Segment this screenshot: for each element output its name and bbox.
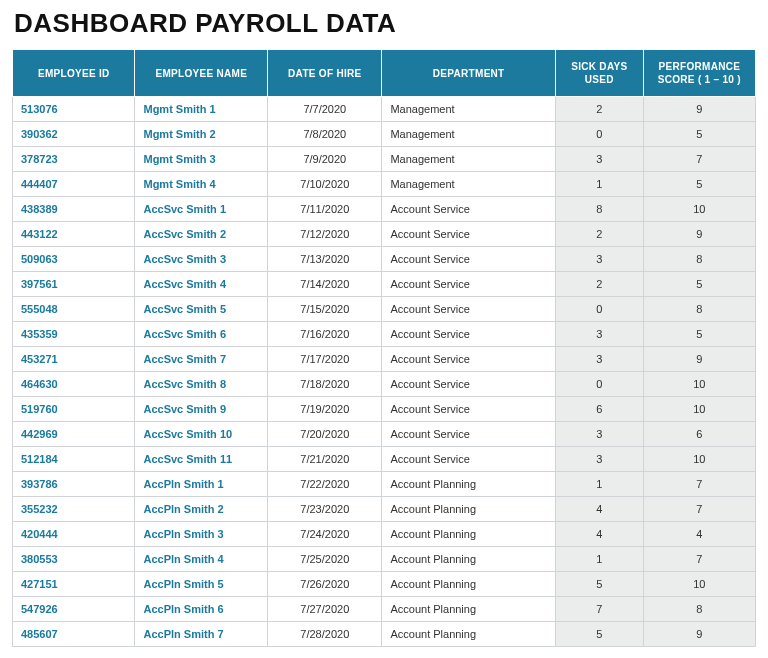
cell-employee-name: AccPln Smith 6 bbox=[135, 597, 268, 622]
table-row: 397561AccSvc Smith 47/14/2020Account Ser… bbox=[13, 272, 756, 297]
cell-date-of-hire: 7/27/2020 bbox=[268, 597, 382, 622]
cell-date-of-hire: 7/18/2020 bbox=[268, 372, 382, 397]
cell-employee-name: AccSvc Smith 8 bbox=[135, 372, 268, 397]
table-row: 464630AccSvc Smith 87/18/2020Account Ser… bbox=[13, 372, 756, 397]
table-row: 509063AccSvc Smith 37/13/2020Account Ser… bbox=[13, 247, 756, 272]
cell-date-of-hire: 7/15/2020 bbox=[268, 297, 382, 322]
cell-sick-days: 3 bbox=[555, 322, 643, 347]
cell-date-of-hire: 7/12/2020 bbox=[268, 222, 382, 247]
col-header-employee-id: EMPLOYEE ID bbox=[13, 50, 135, 97]
cell-employee-name: AccSvc Smith 9 bbox=[135, 397, 268, 422]
cell-date-of-hire: 7/20/2020 bbox=[268, 422, 382, 447]
cell-date-of-hire: 7/9/2020 bbox=[268, 147, 382, 172]
cell-date-of-hire: 7/10/2020 bbox=[268, 172, 382, 197]
cell-performance: 8 bbox=[643, 247, 755, 272]
cell-sick-days: 3 bbox=[555, 147, 643, 172]
cell-performance: 8 bbox=[643, 297, 755, 322]
cell-sick-days: 7 bbox=[555, 597, 643, 622]
cell-employee-name: AccSvc Smith 3 bbox=[135, 247, 268, 272]
cell-performance: 4 bbox=[643, 522, 755, 547]
cell-employee-name: Mgmt Smith 4 bbox=[135, 172, 268, 197]
cell-performance: 5 bbox=[643, 272, 755, 297]
col-header-date-of-hire: DATE OF HIRE bbox=[268, 50, 382, 97]
cell-date-of-hire: 7/24/2020 bbox=[268, 522, 382, 547]
cell-sick-days: 4 bbox=[555, 497, 643, 522]
cell-employee-id: 380553 bbox=[13, 547, 135, 572]
cell-department: Account Planning bbox=[382, 622, 556, 647]
table-row: 453271AccSvc Smith 77/17/2020Account Ser… bbox=[13, 347, 756, 372]
table-row: 378723Mgmt Smith 37/9/2020Management37 bbox=[13, 147, 756, 172]
cell-department: Account Service bbox=[382, 297, 556, 322]
cell-employee-name: Mgmt Smith 1 bbox=[135, 97, 268, 122]
cell-sick-days: 0 bbox=[555, 297, 643, 322]
cell-date-of-hire: 7/16/2020 bbox=[268, 322, 382, 347]
cell-date-of-hire: 7/22/2020 bbox=[268, 472, 382, 497]
cell-performance: 7 bbox=[643, 497, 755, 522]
table-row: 390362Mgmt Smith 27/8/2020Management05 bbox=[13, 122, 756, 147]
cell-performance: 7 bbox=[643, 472, 755, 497]
cell-performance: 10 bbox=[643, 372, 755, 397]
cell-sick-days: 2 bbox=[555, 97, 643, 122]
cell-employee-name: AccSvc Smith 5 bbox=[135, 297, 268, 322]
cell-performance: 7 bbox=[643, 547, 755, 572]
cell-department: Management bbox=[382, 147, 556, 172]
cell-performance: 6 bbox=[643, 422, 755, 447]
cell-employee-name: AccPln Smith 2 bbox=[135, 497, 268, 522]
cell-performance: 9 bbox=[643, 222, 755, 247]
cell-department: Management bbox=[382, 172, 556, 197]
cell-date-of-hire: 7/28/2020 bbox=[268, 622, 382, 647]
cell-employee-id: 442969 bbox=[13, 422, 135, 447]
cell-performance: 7 bbox=[643, 147, 755, 172]
cell-department: Account Planning bbox=[382, 522, 556, 547]
cell-sick-days: 2 bbox=[555, 272, 643, 297]
cell-performance: 5 bbox=[643, 322, 755, 347]
cell-employee-name: AccSvc Smith 1 bbox=[135, 197, 268, 222]
cell-employee-name: AccSvc Smith 11 bbox=[135, 447, 268, 472]
cell-sick-days: 1 bbox=[555, 472, 643, 497]
cell-date-of-hire: 7/17/2020 bbox=[268, 347, 382, 372]
cell-employee-name: AccSvc Smith 10 bbox=[135, 422, 268, 447]
table-row: 380553AccPln Smith 47/25/2020Account Pla… bbox=[13, 547, 756, 572]
cell-department: Account Planning bbox=[382, 597, 556, 622]
cell-department: Account Service bbox=[382, 447, 556, 472]
cell-employee-name: AccSvc Smith 6 bbox=[135, 322, 268, 347]
cell-date-of-hire: 7/11/2020 bbox=[268, 197, 382, 222]
cell-employee-name: AccSvc Smith 7 bbox=[135, 347, 268, 372]
col-header-sick-days: SICK DAYS USED bbox=[555, 50, 643, 97]
table-row: 420444AccPln Smith 37/24/2020Account Pla… bbox=[13, 522, 756, 547]
table-row: 443122AccSvc Smith 27/12/2020Account Ser… bbox=[13, 222, 756, 247]
cell-performance: 10 bbox=[643, 197, 755, 222]
table-row: 547926AccPln Smith 67/27/2020Account Pla… bbox=[13, 597, 756, 622]
cell-performance: 10 bbox=[643, 397, 755, 422]
cell-sick-days: 1 bbox=[555, 547, 643, 572]
cell-department: Account Planning bbox=[382, 572, 556, 597]
cell-department: Management bbox=[382, 97, 556, 122]
cell-employee-id: 443122 bbox=[13, 222, 135, 247]
cell-employee-name: AccPln Smith 4 bbox=[135, 547, 268, 572]
cell-employee-id: 453271 bbox=[13, 347, 135, 372]
cell-department: Account Service bbox=[382, 272, 556, 297]
cell-date-of-hire: 7/23/2020 bbox=[268, 497, 382, 522]
cell-date-of-hire: 7/8/2020 bbox=[268, 122, 382, 147]
cell-employee-id: 519760 bbox=[13, 397, 135, 422]
cell-department: Account Planning bbox=[382, 547, 556, 572]
cell-employee-id: 485607 bbox=[13, 622, 135, 647]
cell-employee-id: 427151 bbox=[13, 572, 135, 597]
table-row: 485607AccPln Smith 77/28/2020Account Pla… bbox=[13, 622, 756, 647]
cell-employee-id: 512184 bbox=[13, 447, 135, 472]
cell-date-of-hire: 7/25/2020 bbox=[268, 547, 382, 572]
cell-employee-name: AccSvc Smith 4 bbox=[135, 272, 268, 297]
table-row: 438389AccSvc Smith 17/11/2020Account Ser… bbox=[13, 197, 756, 222]
cell-employee-name: AccPln Smith 3 bbox=[135, 522, 268, 547]
cell-department: Account Planning bbox=[382, 472, 556, 497]
cell-department: Account Service bbox=[382, 372, 556, 397]
cell-employee-id: 438389 bbox=[13, 197, 135, 222]
cell-employee-name: Mgmt Smith 3 bbox=[135, 147, 268, 172]
cell-performance: 10 bbox=[643, 572, 755, 597]
cell-employee-id: 547926 bbox=[13, 597, 135, 622]
payroll-table: EMPLOYEE ID EMPLOYEE NAME DATE OF HIRE D… bbox=[12, 49, 756, 647]
cell-employee-id: 355232 bbox=[13, 497, 135, 522]
cell-performance: 8 bbox=[643, 597, 755, 622]
cell-employee-id: 444407 bbox=[13, 172, 135, 197]
cell-date-of-hire: 7/21/2020 bbox=[268, 447, 382, 472]
